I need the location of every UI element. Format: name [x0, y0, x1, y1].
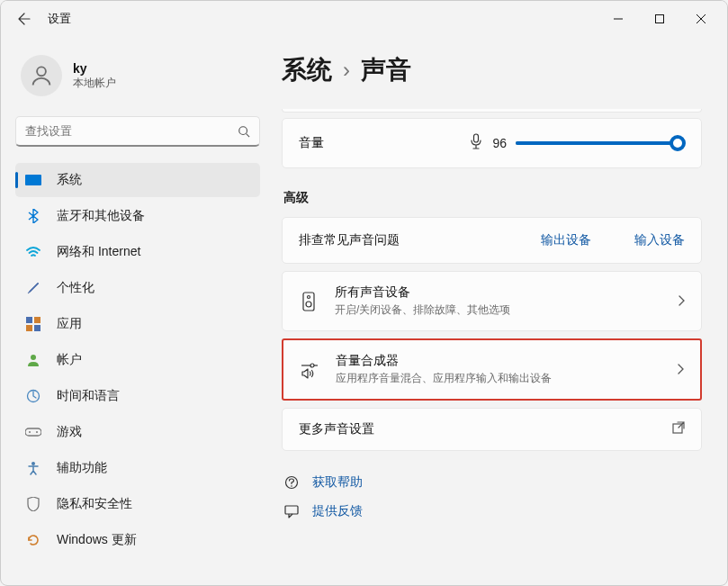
mixer-subtitle: 应用程序音量混合、应用程序输入和输出设备	[336, 371, 552, 386]
sidebar-item-privacy[interactable]: 隐私和安全性	[15, 487, 260, 521]
system-icon	[24, 171, 42, 189]
profile-block[interactable]: ky 本地帐户	[15, 44, 260, 113]
person-icon	[29, 63, 54, 88]
all-sound-devices-row[interactable]: 所有声音设备 开启/关闭设备、排除故障、其他选项	[282, 271, 702, 331]
sidebar-item-personalization[interactable]: 个性化	[15, 271, 260, 305]
paintbrush-icon	[24, 279, 42, 297]
sidebar-item-apps[interactable]: 应用	[15, 307, 260, 341]
bluetooth-icon	[24, 207, 42, 225]
help-label: 获取帮助	[312, 474, 363, 491]
apps-icon	[24, 315, 42, 333]
sidebar-item-label: 帐户	[57, 352, 82, 368]
minimize-button[interactable]	[598, 1, 639, 37]
sidebar-item-time-language[interactable]: 时间和语言	[15, 379, 260, 413]
svg-rect-25	[285, 506, 298, 514]
avatar	[21, 55, 62, 96]
breadcrumb-current: 声音	[361, 53, 411, 87]
speaker-device-icon	[299, 292, 319, 311]
volume-label: 音量	[299, 135, 324, 151]
all-devices-title: 所有声音设备	[335, 284, 510, 301]
maximize-button[interactable]	[639, 1, 680, 37]
maximize-icon	[655, 14, 664, 23]
volume-slider[interactable]	[516, 134, 685, 152]
get-help-link[interactable]: 获取帮助	[283, 474, 702, 491]
sidebar-item-label: 网络和 Internet	[57, 244, 140, 260]
sidebar-item-accessibility[interactable]: 辅助功能	[15, 451, 260, 485]
sidebar-item-label: 系统	[57, 172, 82, 188]
output-devices-link[interactable]: 输出设备	[541, 232, 591, 248]
clock-globe-icon	[24, 387, 42, 405]
troubleshoot-label: 排查常见声音问题	[299, 232, 400, 248]
feedback-label: 提供反馈	[312, 503, 363, 519]
sidebar-item-label: 辅助功能	[57, 460, 107, 476]
svg-rect-12	[25, 428, 41, 436]
gaming-icon	[24, 423, 42, 441]
footer-links: 获取帮助 提供反馈	[282, 474, 702, 519]
svg-point-10	[31, 355, 36, 360]
main-content: 系统 › 声音 音量 96 高级 排查常见声音问题	[271, 37, 727, 585]
feedback-icon	[283, 504, 300, 518]
app-title: 设置	[48, 11, 71, 27]
sidebar-nav: 系统 蓝牙和其他设备 网络和 Internet 个性化 应用 帐户	[15, 163, 260, 557]
svg-point-18	[308, 295, 310, 298]
section-heading-advanced: 高级	[283, 190, 702, 206]
give-feedback-link[interactable]: 提供反馈	[283, 503, 702, 519]
svg-line-4	[247, 133, 250, 137]
mixer-icon	[300, 361, 319, 379]
more-sound-settings-row[interactable]: 更多声音设置	[282, 408, 702, 451]
chevron-right-icon	[677, 362, 684, 378]
sidebar-item-windows-update[interactable]: Windows 更新	[15, 523, 260, 557]
profile-subtitle: 本地帐户	[73, 76, 116, 91]
chevron-right-icon	[678, 293, 685, 310]
search-input[interactable]	[25, 124, 238, 138]
svg-point-14	[36, 431, 38, 433]
troubleshoot-card: 排查常见声音问题 输出设备 输入设备	[282, 217, 702, 264]
sidebar-item-label: 应用	[57, 316, 82, 332]
sidebar-item-label: 隐私和安全性	[57, 496, 132, 512]
sidebar-item-label: Windows 更新	[57, 532, 137, 548]
volume-card: 音量 96	[282, 118, 702, 168]
sidebar-item-label: 游戏	[57, 424, 82, 440]
breadcrumb-root[interactable]: 系统	[282, 53, 332, 87]
volume-value: 96	[492, 136, 507, 150]
window-controls	[598, 1, 722, 37]
svg-point-24	[291, 485, 292, 487]
svg-point-21	[310, 364, 314, 367]
svg-rect-8	[26, 325, 32, 331]
svg-point-2	[37, 67, 46, 76]
sidebar-item-gaming[interactable]: 游戏	[15, 415, 260, 449]
search-icon	[238, 125, 250, 138]
wifi-icon	[24, 243, 42, 261]
all-devices-subtitle: 开启/关闭设备、排除故障、其他选项	[335, 302, 510, 318]
close-button[interactable]	[680, 1, 722, 37]
titlebar: 设置	[1, 1, 727, 37]
sidebar-item-label: 蓝牙和其他设备	[57, 208, 145, 224]
slider-fill	[516, 141, 678, 145]
sidebar-item-network[interactable]: 网络和 Internet	[15, 235, 260, 269]
volume-mixer-row[interactable]: 音量合成器 应用程序音量混合、应用程序输入和输出设备	[282, 338, 702, 401]
chevron-right-icon: ›	[343, 58, 350, 83]
back-button[interactable]	[6, 1, 42, 37]
svg-rect-5	[25, 175, 41, 185]
minimize-icon	[614, 14, 623, 23]
account-icon	[24, 351, 42, 369]
profile-texts: ky 本地帐户	[73, 61, 116, 91]
sidebar: ky 本地帐户 系统 蓝牙和其他设备 网络和 Internet	[1, 37, 271, 585]
shield-icon	[24, 495, 42, 513]
microphone-icon[interactable]	[469, 133, 483, 153]
sidebar-item-bluetooth[interactable]: 蓝牙和其他设备	[15, 199, 260, 233]
slider-thumb[interactable]	[670, 135, 686, 151]
svg-rect-7	[34, 317, 40, 323]
sidebar-item-system[interactable]: 系统	[15, 163, 260, 197]
svg-point-15	[31, 462, 35, 465]
svg-rect-16	[474, 134, 479, 142]
sidebar-item-accounts[interactable]: 帐户	[15, 343, 260, 377]
search-box[interactable]	[15, 116, 260, 147]
svg-rect-9	[34, 325, 40, 331]
input-devices-link[interactable]: 输入设备	[634, 232, 685, 248]
breadcrumb: 系统 › 声音	[282, 53, 702, 87]
close-icon	[697, 14, 706, 23]
sidebar-item-label: 个性化	[57, 280, 94, 296]
profile-name: ky	[73, 61, 116, 76]
help-icon	[283, 475, 300, 490]
